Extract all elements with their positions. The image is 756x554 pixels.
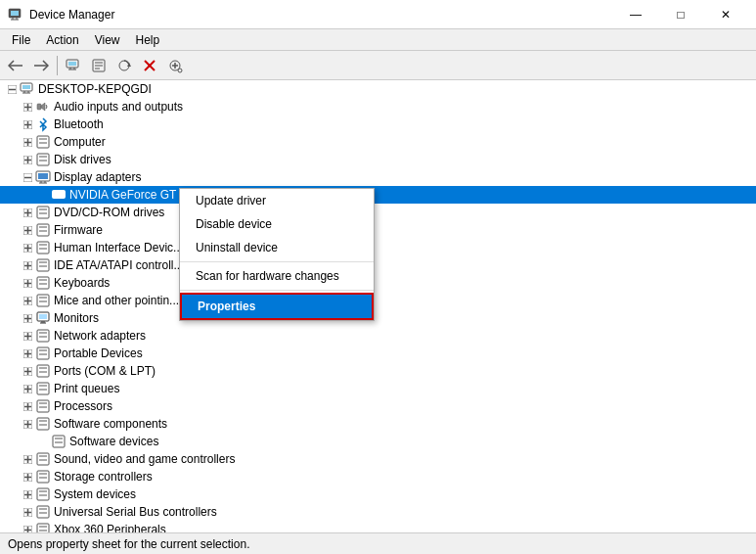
tree-icon-softdev	[51, 434, 67, 449]
tree-icon-monitors	[35, 310, 51, 326]
svg-rect-61	[39, 208, 47, 210]
scan-button[interactable]	[163, 54, 187, 77]
svg-rect-118	[39, 371, 47, 373]
tree-icon-root	[20, 81, 35, 97]
svg-rect-92	[39, 300, 47, 302]
svg-rect-51	[38, 173, 48, 179]
context-menu-item-disable[interactable]: Disable device	[180, 212, 374, 236]
context-menu: Update driverDisable deviceUninstall dev…	[179, 188, 375, 321]
tree-label-sysdev: System devices	[54, 487, 136, 501]
tree-expander-nvidia	[35, 187, 51, 203]
tree-item-bluetooth[interactable]: Bluetooth	[0, 115, 756, 133]
toolbar-sep-1	[57, 56, 58, 75]
svg-rect-97	[39, 314, 47, 319]
tree-icon-network	[35, 328, 51, 344]
svg-rect-46	[39, 156, 47, 158]
back-button[interactable]	[4, 54, 27, 77]
tree-label-printqueues: Print queues	[54, 382, 119, 395]
svg-rect-136	[39, 424, 47, 426]
status-text: Opens property sheet for the current sel…	[8, 537, 249, 551]
menu-view[interactable]: View	[87, 31, 128, 49]
computer-button[interactable]	[62, 54, 85, 77]
minimize-button[interactable]: —	[613, 0, 658, 29]
tree-expander-audio	[20, 99, 35, 115]
device-tree[interactable]: DESKTOP-KEPQGDIAudio inputs and outputsB…	[0, 80, 756, 532]
tree-label-monitors: Monitors	[54, 311, 99, 325]
maximize-button[interactable]: □	[658, 0, 703, 29]
tree-icon-ide	[35, 257, 51, 273]
svg-rect-79	[39, 261, 47, 263]
tree-item-printqueues[interactable]: Print queues	[0, 380, 756, 397]
update-button[interactable]	[112, 54, 136, 77]
tree-label-diskdrives: Disk drives	[54, 153, 111, 166]
tree-item-keyboards[interactable]: Keyboards	[0, 274, 756, 292]
uninstall-button[interactable]	[138, 54, 161, 77]
tree-item-sysdev[interactable]: System devices	[0, 485, 756, 503]
tree-item-softdev[interactable]: Software devices	[0, 433, 756, 450]
close-button[interactable]: ✕	[703, 0, 748, 29]
svg-rect-144	[39, 455, 47, 457]
svg-point-21	[178, 69, 182, 72]
tree-expander-root	[4, 81, 20, 97]
tree-icon-printqueues	[35, 381, 51, 396]
tree-item-firmware[interactable]: Firmware	[0, 221, 756, 239]
tree-item-portable[interactable]: Portable Devices	[0, 345, 756, 362]
tree-label-dvd: DVD/CD-ROM drives	[54, 206, 164, 219]
svg-rect-139	[55, 441, 63, 443]
tree-item-softcomp[interactable]: Software components	[0, 415, 756, 433]
context-menu-separator	[180, 261, 374, 262]
tree-item-network[interactable]: Network adapters	[0, 327, 756, 345]
window-title: Device Manager	[29, 8, 613, 22]
svg-rect-47	[39, 160, 47, 162]
tree-item-processors[interactable]: Processors	[0, 397, 756, 415]
tree-label-softdev: Software devices	[69, 435, 158, 448]
svg-rect-106	[39, 336, 47, 338]
tree-label-audio: Audio inputs and outputs	[54, 100, 183, 114]
tree-item-sound[interactable]: Sound, video and game controllers	[0, 450, 756, 468]
tree-item-computer[interactable]: Computer	[0, 133, 756, 151]
tree-icon-diskdrives	[35, 152, 51, 167]
svg-rect-67	[39, 226, 47, 228]
tree-expander-mice	[20, 293, 35, 308]
tree-expander-diskdrives	[20, 152, 35, 167]
tree-label-usb: Universal Serial Bus controllers	[54, 505, 217, 519]
tree-item-dvd[interactable]: DVD/CD-ROM drives	[0, 204, 756, 221]
context-menu-item-scan[interactable]: Scan for hardware changes	[180, 264, 374, 288]
tree-label-hid: Human Interface Devic...	[54, 241, 183, 254]
context-menu-item-uninstall[interactable]: Uninstall device	[180, 236, 374, 259]
tree-item-diskdrives[interactable]: Disk drives	[0, 151, 756, 168]
properties-button[interactable]	[87, 54, 111, 77]
tree-item-ports[interactable]: Ports (COM & LPT)	[0, 362, 756, 380]
menu-help[interactable]: Help	[128, 31, 168, 49]
menu-action[interactable]: Action	[38, 31, 86, 49]
menu-file[interactable]: File	[4, 31, 38, 49]
main-area: DESKTOP-KEPQGDIAudio inputs and outputsB…	[0, 80, 756, 532]
tree-item-monitors[interactable]: Monitors	[0, 309, 756, 327]
tree-icon-mice	[35, 293, 51, 308]
tree-item-displayadapters[interactable]: Display adapters	[0, 168, 756, 186]
tree-icon-audio	[35, 99, 51, 115]
tree-icon-keyboards	[35, 275, 51, 291]
tree-expander-firmware	[20, 222, 35, 238]
tree-item-mice[interactable]: Mice and other pointin...	[0, 292, 756, 309]
tree-item-usb[interactable]: Universal Serial Bus controllers	[0, 503, 756, 521]
forward-button[interactable]	[29, 54, 53, 77]
tree-item-ide[interactable]: IDE ATA/ATAPI controll...	[0, 256, 756, 274]
tree-icon-sound	[35, 451, 51, 467]
svg-rect-156	[39, 490, 47, 492]
tree-item-nvidia[interactable]: NVNVIDIA GeForce GT 1000	[0, 186, 756, 204]
context-menu-item-update[interactable]: Update driver	[180, 189, 374, 212]
tree-item-storage[interactable]: Storage controllers	[0, 468, 756, 485]
svg-rect-8	[68, 62, 76, 66]
tree-item-root[interactable]: DESKTOP-KEPQGDI	[0, 80, 756, 98]
tree-item-audio[interactable]: Audio inputs and outputs	[0, 98, 756, 115]
tree-expander-keyboards	[20, 275, 35, 291]
tree-expander-monitors	[20, 310, 35, 326]
svg-rect-80	[39, 265, 47, 267]
tree-item-hid[interactable]: Human Interface Devic...	[0, 239, 756, 256]
context-menu-item-properties[interactable]: Properties	[180, 293, 374, 320]
tree-item-xbox[interactable]: Xbox 360 Peripherals	[0, 521, 756, 532]
tree-expander-printqueues	[20, 381, 35, 396]
svg-rect-124	[39, 389, 47, 391]
tree-label-keyboards: Keyboards	[54, 276, 110, 290]
